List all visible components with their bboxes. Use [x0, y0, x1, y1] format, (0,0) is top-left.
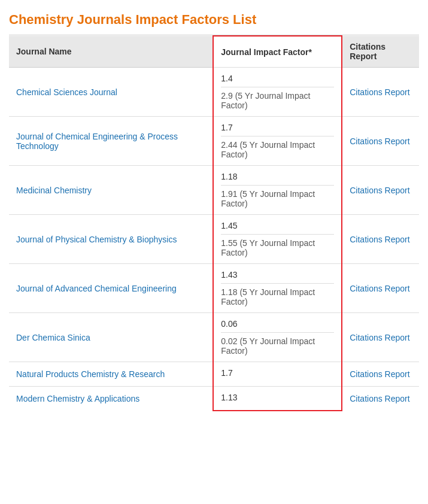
impact-primary: 1.45 [221, 221, 334, 235]
table-row: Journal of Chemical Engineering & Proces… [9, 117, 419, 166]
table-row: Modern Chemistry & Applications1.13Citat… [9, 387, 419, 411]
table-row: Natural Products Chemistry & Research1.7… [9, 362, 419, 387]
impact-secondary: 0.02 (5 Yr Journal Impact Factor) [221, 336, 334, 356]
citations-report-cell[interactable]: Citations Report [342, 215, 419, 264]
impact-secondary: 1.55 (5 Yr Journal Impact Factor) [221, 238, 334, 257]
citations-report-cell[interactable]: Citations Report [342, 166, 419, 215]
journal-name-cell[interactable]: Journal of Advanced Chemical Engineering [9, 264, 213, 313]
journal-name-cell[interactable]: Medicinal Chemistry [9, 166, 213, 215]
impact-secondary: 2.44 (5 Yr Journal Impact Factor) [221, 140, 334, 159]
citations-report-cell[interactable]: Citations Report [342, 264, 419, 313]
impact-secondary: 1.18 (5 Yr Journal Impact Factor) [221, 287, 334, 306]
table-row: Journal of Physical Chemistry & Biophysi… [9, 215, 419, 264]
impact-primary: 1.4 [221, 74, 334, 87]
impact-primary: 1.7 [221, 123, 334, 136]
journal-name-cell[interactable]: Chemical Sciences Journal [9, 68, 213, 117]
impact-factor-cell: 1.72.44 (5 Yr Journal Impact Factor) [213, 117, 342, 166]
journal-name-cell[interactable]: Journal of Physical Chemistry & Biophysi… [9, 215, 213, 264]
impact-single: 1.7 [221, 368, 334, 378]
impact-factor-cell: 1.181.91 (5 Yr Journal Impact Factor) [213, 166, 342, 215]
impact-secondary: 2.9 (5 Yr Journal Impact Factor) [221, 91, 334, 110]
table-row: Chemical Sciences Journal1.42.9 (5 Yr Jo… [9, 68, 419, 117]
impact-single: 1.13 [221, 393, 334, 402]
col-header-citations-report: Citations Report [342, 36, 419, 68]
impact-factor-cell: 1.7 [213, 362, 342, 387]
impact-primary: 1.18 [221, 172, 334, 186]
impact-primary: 0.06 [221, 319, 334, 333]
col-header-impact-factor: Journal Impact Factor* [213, 36, 342, 68]
journal-name-cell[interactable]: Natural Products Chemistry & Research [9, 362, 213, 387]
journals-table: Journal Name Journal Impact Factor* Cita… [9, 35, 419, 411]
journal-name-cell[interactable]: Der Chemica Sinica [9, 313, 213, 362]
table-header-row: Journal Name Journal Impact Factor* Cita… [9, 36, 419, 68]
impact-factor-cell: 1.13 [213, 387, 342, 411]
journal-name-cell[interactable]: Modern Chemistry & Applications [9, 387, 213, 411]
impact-factor-cell: 1.42.9 (5 Yr Journal Impact Factor) [213, 68, 342, 117]
journal-name-cell[interactable]: Journal of Chemical Engineering & Proces… [9, 117, 213, 166]
impact-secondary: 1.91 (5 Yr Journal Impact Factor) [221, 189, 334, 208]
citations-report-cell[interactable]: Citations Report [342, 387, 419, 411]
citations-report-cell[interactable]: Citations Report [342, 117, 419, 166]
impact-primary: 1.43 [221, 270, 334, 284]
impact-factor-cell: 0.060.02 (5 Yr Journal Impact Factor) [213, 313, 342, 362]
table-row: Medicinal Chemistry1.181.91 (5 Yr Journa… [9, 166, 419, 215]
citations-report-cell[interactable]: Citations Report [342, 313, 419, 362]
table-row: Journal of Advanced Chemical Engineering… [9, 264, 419, 313]
page-container: Chemistry Journals Impact Factors List J… [0, 0, 428, 423]
impact-factor-cell: 1.431.18 (5 Yr Journal Impact Factor) [213, 264, 342, 313]
citations-report-cell[interactable]: Citations Report [342, 68, 419, 117]
page-title: Chemistry Journals Impact Factors List [9, 6, 419, 35]
table-row: Der Chemica Sinica0.060.02 (5 Yr Journal… [9, 313, 419, 362]
citations-report-cell[interactable]: Citations Report [342, 362, 419, 387]
impact-factor-cell: 1.451.55 (5 Yr Journal Impact Factor) [213, 215, 342, 264]
col-header-journal-name: Journal Name [9, 36, 213, 68]
